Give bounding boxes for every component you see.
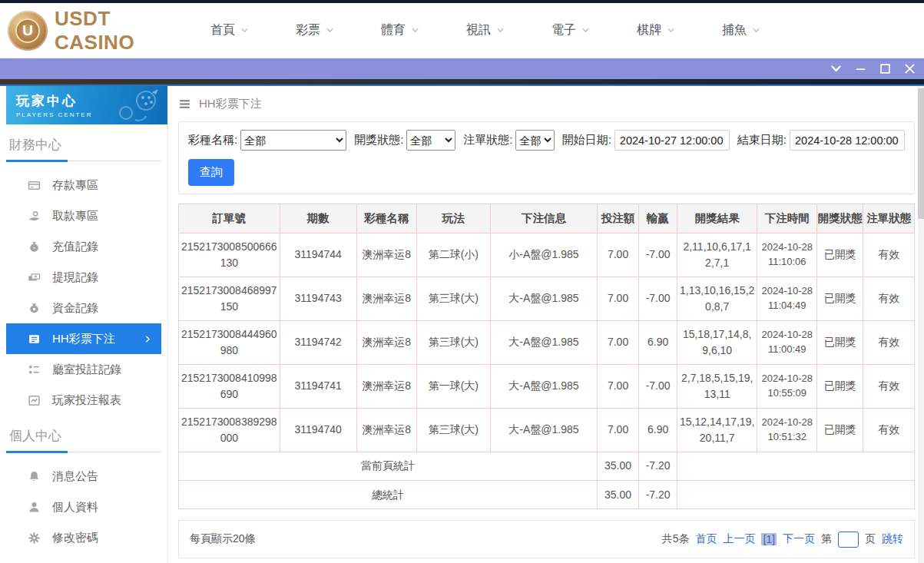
table-cell: 澳洲幸运8	[356, 233, 416, 277]
top-navbar: U USDT CASINO 首頁彩票體育視訊電子棋牌捕魚	[0, 3, 924, 58]
maximize-icon[interactable]	[879, 62, 892, 75]
nav-item-體育[interactable]: 體育	[381, 22, 419, 38]
summary-bet-total: 35.00	[598, 480, 639, 508]
funds-icon	[28, 302, 41, 315]
table-cell: 第三球(大)	[416, 320, 490, 364]
prev-page-link[interactable]: 上一页	[723, 532, 755, 546]
table-cell: -7.00	[639, 277, 677, 320]
table-cell: 已開獎	[817, 233, 863, 277]
summary-win-loss-total: -7.20	[639, 480, 677, 508]
table-cell: 有效	[863, 233, 914, 277]
brand[interactable]: U USDT CASINO	[8, 7, 194, 55]
table-cell: 澳洲幸运8	[356, 408, 416, 452]
bets-table: 訂單號期數彩種名稱玩法下注信息投注額輸贏開獎結果下注時間開獎狀態注單狀態 215…	[178, 204, 915, 509]
start-date-label: 開始日期:	[562, 133, 611, 147]
page-jump-input[interactable]	[838, 532, 859, 548]
sidebar-item-存款專區[interactable]: 存款專區	[6, 170, 161, 200]
window-top-edge	[0, 79, 924, 86]
table-cell: 7.00	[598, 233, 639, 277]
end-date-input[interactable]	[790, 130, 905, 151]
current-page[interactable]: [1]	[761, 533, 777, 545]
column-header-期數: 期數	[280, 204, 356, 233]
column-header-彩種名稱: 彩種名稱	[356, 204, 416, 233]
sidebar-menu: 消息公告個人資料修改密碼	[6, 461, 167, 553]
summary-row: 當前頁統計35.00-7.20	[179, 452, 914, 480]
next-page-link[interactable]: 下一页	[783, 532, 815, 546]
sidebar-item-取款專區[interactable]: 取款專區	[6, 200, 161, 231]
sidebar-item-label: 消息公告	[52, 469, 98, 484]
table-cell: 7.00	[598, 320, 639, 364]
start-date-input[interactable]	[614, 130, 730, 151]
table-cell: 小-A盤@1.985	[490, 233, 597, 277]
jump-suffix: 页	[865, 532, 876, 546]
search-button[interactable]: 查詢	[188, 159, 234, 186]
sidebar: 玩家中心 PLAYERS CENTER 財務中心存款專區取款專區充值記錄提現記錄…	[0, 86, 168, 563]
chevron-down-icon	[752, 26, 760, 35]
nav-item-首頁[interactable]: 首頁	[210, 22, 249, 38]
sidebar-item-修改密碼[interactable]: 修改密碼	[6, 522, 161, 553]
table-cell: 7.00	[598, 277, 639, 320]
chevron-down-icon[interactable]	[830, 62, 843, 75]
draw-status-select[interactable]: 全部	[406, 130, 455, 151]
lottery-name-select[interactable]: 全部	[240, 130, 346, 151]
sidebar-section-title: 個人中心	[9, 427, 167, 445]
sidebar-item-提現記錄[interactable]: 提現記錄	[6, 262, 161, 293]
summary-win-loss-total: -7.20	[639, 452, 677, 480]
sidebar-item-HH彩票下注[interactable]: HH彩票下注	[6, 323, 161, 354]
nav-item-彩票[interactable]: 彩票	[296, 22, 334, 38]
menu-toggle-icon[interactable]	[178, 98, 191, 111]
scrollbar-thumb[interactable]	[918, 88, 924, 219]
table-cell: 2152173008410998690	[179, 364, 280, 408]
lottery-name-label: 彩種名稱:	[188, 133, 237, 147]
sidebar-item-資金記錄[interactable]: 資金記錄	[6, 293, 161, 323]
table-cell: 第一球(大)	[416, 364, 490, 408]
jump-link[interactable]: 跳转	[882, 532, 903, 546]
column-header-玩法: 玩法	[416, 204, 490, 233]
draw-status-label: 開獎狀態:	[354, 133, 403, 147]
table-cell: 6.90	[639, 408, 677, 452]
end-date-label: 結束日期:	[737, 133, 787, 147]
sidebar-item-消息公告[interactable]: 消息公告	[6, 461, 161, 492]
nav-item-label: 首頁	[210, 22, 235, 38]
pagination-bar: 每頁顯示20條 共5条 首页 上一页 [1] 下一页 第 页 跳转	[178, 520, 915, 558]
nav-item-捕魚[interactable]: 捕魚	[722, 22, 760, 38]
cash-icon	[28, 271, 41, 284]
table-cell: -7.00	[639, 364, 677, 408]
column-header-開獎結果: 開獎結果	[677, 204, 757, 233]
summary-label: 當前頁統計	[179, 452, 598, 480]
table-cell: 2152173008444960980	[179, 320, 280, 364]
sidebar-item-label: 資金記錄	[52, 301, 98, 316]
column-header-注單狀態: 注單狀態	[863, 204, 914, 233]
summary-empty	[677, 452, 914, 480]
order-status-select[interactable]: 全部	[515, 130, 554, 151]
first-page-link[interactable]: 首页	[695, 532, 717, 546]
sidebar-item-玩家投注報表[interactable]: 玩家投注報表	[6, 385, 161, 416]
table-cell: 澳洲幸运8	[356, 364, 416, 408]
nav-item-棋牌[interactable]: 棋牌	[637, 22, 675, 38]
close-icon[interactable]	[903, 62, 916, 75]
sidebar-item-label: 存款專區	[52, 178, 98, 193]
table-cell: 已開獎	[817, 277, 863, 320]
chevron-down-icon	[581, 26, 590, 35]
minimize-icon[interactable]	[854, 62, 867, 75]
scrollbar[interactable]	[918, 86, 924, 563]
filter-panel: 彩種名稱: 全部 開獎狀態: 全部 注單狀態: 全部 開始日期: 結束日期:	[178, 121, 915, 194]
sidebar-item-充值記錄[interactable]: 充值記錄	[6, 231, 161, 262]
page-title: HH彩票下注	[199, 97, 262, 111]
table-cell: 澳洲幸运8	[356, 320, 416, 364]
nav-item-視訊[interactable]: 視訊	[466, 22, 505, 38]
summary-row: 總統計35.00-7.20	[179, 480, 914, 508]
page-size-text: 每頁顯示20條	[190, 532, 256, 546]
sidebar-item-廳室投註記錄[interactable]: 廳室投註記錄	[6, 354, 161, 385]
sidebar-menu: 存款專區取款專區充值記錄提現記錄資金記錄HH彩票下注廳室投註記錄玩家投注報表	[6, 170, 167, 416]
sidebar-item-label: 個人資料	[52, 500, 98, 515]
table-header-row: 訂單號期數彩種名稱玩法下注信息投注額輸贏開獎結果下注時間開獎狀態注單狀態	[179, 204, 914, 233]
sidebar-item-個人資料[interactable]: 個人資料	[6, 492, 161, 522]
table-row: 215217300838929800031194740澳洲幸运8第三球(大)大-…	[179, 408, 914, 452]
report-icon	[28, 394, 41, 407]
chevron-down-icon	[240, 26, 249, 35]
hand-coin-icon	[28, 210, 41, 223]
table-cell: 有效	[863, 364, 914, 408]
summary-bet-total: 35.00	[598, 452, 639, 480]
nav-item-電子[interactable]: 電子	[551, 22, 590, 38]
